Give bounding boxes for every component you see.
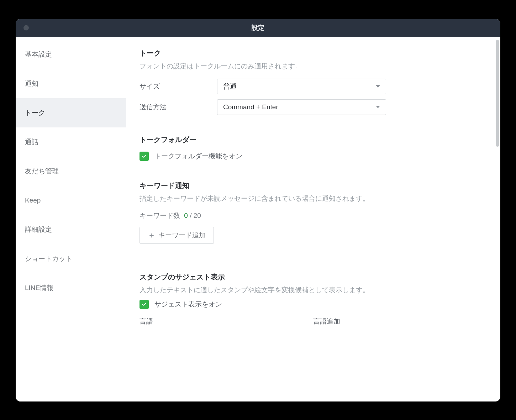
folder-checkbox-row: トークフォルダー機能をオン — [139, 152, 487, 161]
sidebar-item-label: 友だち管理 — [25, 167, 59, 176]
titlebar: 設定 — [16, 19, 500, 37]
folder-enable-checkbox[interactable] — [139, 152, 149, 161]
section-title: キーワード通知 — [139, 181, 487, 190]
sidebar-item-label: 詳細設定 — [25, 225, 52, 234]
chevron-down-icon — [376, 85, 380, 88]
section-desc: フォントの設定はトークルームにのみ適用されます。 — [139, 62, 487, 71]
sidebar-item-label: 基本設定 — [25, 50, 52, 59]
form-label: サイズ — [139, 82, 217, 91]
lang-row: 言語 言語追加 — [139, 317, 487, 330]
window-title: 設定 — [252, 23, 264, 32]
section-folder: トークフォルダー トークフォルダー機能をオン — [139, 135, 487, 161]
sidebar-item-keep[interactable]: Keep — [16, 186, 126, 215]
content-pane: トーク フォントの設定はトークルームにのみ適用されます。 サイズ 普通 送信方法… — [126, 37, 500, 401]
keyword-count-max: 20 — [194, 212, 201, 219]
chevron-down-icon — [376, 106, 380, 108]
form-row-size: サイズ 普通 — [139, 79, 487, 94]
section-title: スタンプのサジェスト表示 — [139, 272, 487, 282]
check-icon — [141, 153, 147, 159]
section-sticker-suggest: スタンプのサジェスト表示 入力したテキストに適したスタンプや絵文字を変換候補とし… — [139, 272, 487, 330]
sidebar-item-label: トーク — [25, 108, 45, 117]
section-desc: 指定したキーワードが未読メッセージに含まれている場合に通知されます。 — [139, 194, 487, 203]
form-label: 送信方法 — [139, 103, 217, 112]
window-body: 基本設定 通知 トーク 通話 友だち管理 Keep 詳細設定 ショートカット L… — [16, 37, 500, 401]
sidebar-item-shortcut[interactable]: ショートカット — [16, 244, 126, 273]
button-label: キーワード追加 — [158, 231, 206, 240]
sidebar-item-label: ショートカット — [25, 254, 72, 263]
select-value: Command + Enter — [223, 103, 278, 111]
send-method-select[interactable]: Command + Enter — [217, 99, 386, 115]
form-row-send: 送信方法 Command + Enter — [139, 99, 487, 115]
check-icon — [141, 301, 147, 307]
sidebar-item-lineinfo[interactable]: LINE情報 — [16, 273, 126, 303]
checkbox-label: トークフォルダー機能をオン — [154, 152, 242, 161]
sidebar-item-call[interactable]: 通話 — [16, 127, 126, 157]
plus-icon: ＋ — [148, 231, 156, 239]
settings-window: 設定 基本設定 通知 トーク 通話 友だち管理 Keep 詳細設定 ショートカッ… — [16, 19, 500, 401]
sticker-suggest-checkbox[interactable] — [139, 300, 149, 309]
sticker-checkbox-row: サジェスト表示をオン — [139, 300, 487, 309]
section-desc: 入力したテキストに適したスタンプや絵文字を変換候補として表示します。 — [139, 285, 487, 295]
lang-col: 言語 — [139, 317, 313, 330]
keyword-count-sep: / — [188, 212, 194, 219]
sidebar: 基本設定 通知 トーク 通話 友だち管理 Keep 詳細設定 ショートカット L… — [16, 37, 126, 401]
sidebar-item-label: LINE情報 — [25, 283, 53, 293]
section-talk: トーク フォントの設定はトークルームにのみ適用されます。 サイズ 普通 送信方法… — [139, 48, 487, 115]
sidebar-item-basic[interactable]: 基本設定 — [16, 40, 126, 69]
keyword-count-value: 0 — [184, 212, 188, 219]
sidebar-item-advanced[interactable]: 詳細設定 — [16, 215, 126, 244]
sidebar-item-label: Keep — [25, 196, 41, 204]
section-title: トークフォルダー — [139, 135, 487, 145]
lang-add-col: 言語追加 — [313, 317, 487, 330]
section-keyword: キーワード通知 指定したキーワードが未読メッセージに含まれている場合に通知されま… — [139, 181, 487, 244]
size-select[interactable]: 普通 — [217, 79, 386, 94]
close-window-button[interactable] — [23, 25, 29, 31]
add-keyword-button[interactable]: ＋ キーワード追加 — [139, 227, 214, 244]
sidebar-item-talk[interactable]: トーク — [16, 98, 126, 127]
sidebar-item-notify[interactable]: 通知 — [16, 69, 126, 98]
keyword-count-row: キーワード数 0 / 20 — [139, 211, 487, 220]
section-title: トーク — [139, 48, 487, 58]
lang-label: 言語 — [139, 317, 313, 326]
keyword-count-label: キーワード数 — [139, 212, 180, 219]
scrollbar-thumb[interactable] — [496, 40, 499, 147]
select-value: 普通 — [223, 82, 237, 91]
sidebar-item-label: 通話 — [25, 137, 38, 147]
sidebar-item-label: 通知 — [25, 79, 38, 88]
sidebar-item-friends[interactable]: 友だち管理 — [16, 157, 126, 186]
checkbox-label: サジェスト表示をオン — [154, 300, 222, 309]
lang-add-label: 言語追加 — [313, 317, 487, 326]
